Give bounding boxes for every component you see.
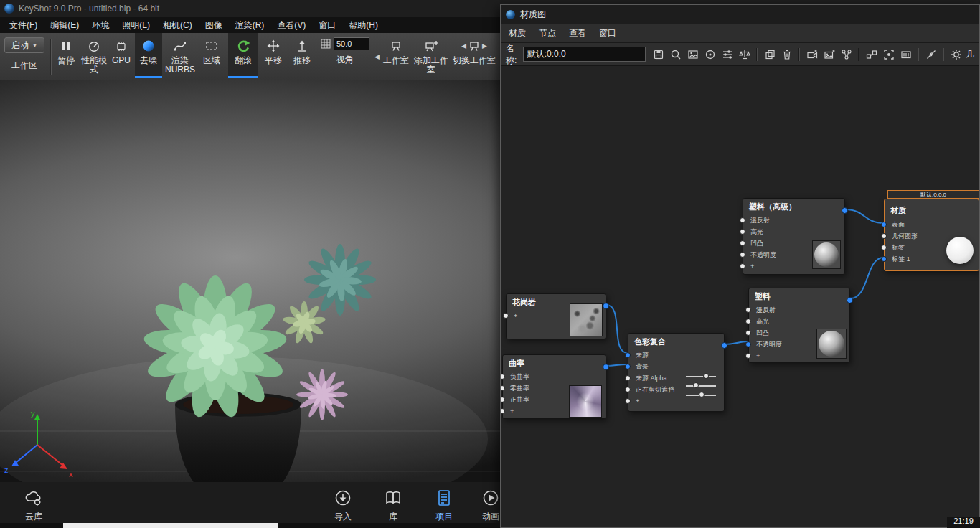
input-pin[interactable]	[501, 408, 505, 414]
output-pin[interactable]	[842, 207, 848, 214]
pin-negative-curvature[interactable]: 负曲率	[503, 371, 606, 382]
add-studio-button[interactable]: 添加工作室	[413, 33, 449, 78]
dolly-button[interactable]: 推移	[288, 33, 316, 78]
dock-item-cloud-library[interactable]: 云库	[13, 482, 55, 528]
input-pin[interactable]	[625, 375, 631, 381]
dock-item-library[interactable]: 库	[374, 482, 412, 528]
menu-file[interactable]: 文件(F)	[3, 17, 44, 33]
denoise-button[interactable]: 去噪	[135, 33, 162, 78]
dock-item-project[interactable]: 项目	[425, 482, 463, 528]
switch-studio-button[interactable]: ◀ ▶ 切换工作室	[452, 33, 496, 78]
node-graph-canvas[interactable]: 塑料（高级） 漫反射 高光 凹凸 不透明度 + 默认:0:0:0 材质 表面 几…	[501, 66, 979, 527]
node-color-composite[interactable]: 色彩复合 来源 背景 来源 Alpha 正在剪切遮挡 +	[628, 333, 725, 412]
input-pin[interactable]	[740, 263, 745, 269]
menu-edit[interactable]: 编辑(E)	[44, 17, 85, 33]
menu-help[interactable]: 帮助(H)	[342, 17, 385, 33]
menu-camera[interactable]: 相机(C)	[156, 17, 199, 33]
input-pin[interactable]	[503, 313, 509, 319]
input-pin[interactable]	[881, 245, 887, 250]
menu-image[interactable]: 图像	[199, 17, 229, 33]
pin-specular[interactable]: 高光	[749, 316, 849, 327]
menu-render[interactable]: 渲染(R)	[229, 17, 271, 33]
resolution-icon[interactable]	[898, 47, 913, 62]
chevron-left-icon[interactable]: ◀	[461, 42, 466, 51]
performance-mode-button[interactable]: 性能模式	[80, 33, 108, 78]
render-nurbs-button[interactable]: 渲染NURBS	[164, 33, 197, 78]
mg-menu-window[interactable]: 窗口	[593, 24, 623, 42]
output-pin[interactable]	[847, 297, 853, 303]
material-tab[interactable]: 默认:0:0:0	[887, 190, 979, 199]
input-pin[interactable]	[625, 398, 631, 404]
delete-icon[interactable]	[779, 47, 794, 62]
launch-button[interactable]: 启动 ▼	[4, 37, 44, 53]
sliders-icon[interactable]	[720, 47, 735, 62]
input-pin[interactable]	[745, 341, 751, 347]
menu-environment[interactable]: 环境	[85, 17, 116, 33]
studio-button[interactable]: 工作室	[382, 33, 410, 78]
input-pin[interactable]	[740, 229, 745, 235]
pin-diffuse[interactable]: 漫反射	[743, 214, 844, 226]
workspace-button[interactable]: 工作区	[4, 60, 44, 72]
input-pin[interactable]	[740, 217, 745, 223]
save-icon[interactable]	[651, 47, 666, 62]
menu-lighting[interactable]: 照明(L)	[116, 17, 156, 33]
input-pin[interactable]	[745, 319, 751, 324]
disconnect-icon[interactable]	[923, 47, 938, 62]
link-nodes-icon[interactable]	[864, 47, 879, 62]
input-pin[interactable]	[881, 256, 887, 262]
levels-icon[interactable]	[737, 47, 752, 62]
region-button[interactable]: 区域	[198, 33, 225, 78]
input-pin[interactable]	[881, 222, 887, 227]
gear-icon[interactable]	[948, 47, 963, 62]
dock-item-import[interactable]: 导入	[324, 482, 362, 528]
mg-menu-material[interactable]: 材质	[502, 24, 532, 42]
pause-button[interactable]: 暂停	[53, 33, 79, 78]
chevron-right-icon[interactable]: ▶	[482, 42, 487, 51]
gpu-button[interactable]: GPU	[109, 33, 133, 78]
pin-specular[interactable]: 高光	[743, 226, 844, 237]
mg-menu-node[interactable]: 节点	[532, 24, 562, 42]
material-graph-titlebar[interactable]: 材质图	[501, 5, 979, 24]
search-icon[interactable]	[668, 47, 683, 62]
node-plastic-advanced[interactable]: 塑料（高级） 漫反射 高光 凹凸 不透明度 +	[743, 198, 845, 275]
output-pin[interactable]	[603, 364, 609, 370]
node-curvature[interactable]: 曲率 负曲率 零曲率 正曲率 +	[502, 354, 606, 419]
input-pin[interactable]	[625, 352, 631, 358]
pin-surface[interactable]: 表面	[885, 219, 979, 230]
output-pin[interactable]	[721, 342, 727, 349]
node-granite[interactable]: 花岗岩 +	[506, 293, 606, 339]
input-pin[interactable]	[881, 233, 887, 239]
frame-icon[interactable]	[881, 47, 896, 62]
node-connection[interactable]	[845, 209, 884, 223]
node-connection[interactable]	[606, 305, 628, 353]
nodes-icon[interactable]	[839, 47, 854, 62]
camera-node-icon[interactable]	[804, 47, 819, 62]
input-pin[interactable]	[501, 374, 505, 380]
taskbar-clock[interactable]: 21:19	[947, 517, 980, 528]
tumble-button[interactable]: 翻滚	[228, 33, 258, 78]
node-material-root[interactable]: 默认:0:0:0 材质 表面 几何图形 标签 标签 1	[884, 199, 979, 271]
input-pin[interactable]	[740, 252, 745, 258]
pin-source[interactable]: 来源	[628, 349, 724, 361]
input-pin[interactable]	[745, 307, 751, 313]
mg-menu-view[interactable]: 查看	[562, 24, 593, 42]
menu-window[interactable]: 窗口	[312, 17, 342, 33]
pan-button[interactable]: 平移	[260, 33, 287, 78]
fov-input[interactable]	[334, 37, 369, 50]
input-pin[interactable]	[625, 387, 631, 392]
chevron-left-icon[interactable]: ◀	[374, 53, 380, 60]
reset-view-icon[interactable]	[702, 47, 717, 62]
input-pin[interactable]	[740, 240, 745, 246]
duplicate-icon[interactable]	[762, 47, 777, 62]
input-pin[interactable]	[625, 364, 631, 369]
pin-background[interactable]: 背景	[628, 361, 724, 372]
texture-icon[interactable]	[685, 47, 700, 62]
material-name-input[interactable]	[523, 47, 646, 62]
taskbar-window-preview[interactable]	[63, 523, 278, 528]
menu-view[interactable]: 查看(V)	[270, 17, 312, 33]
output-pin[interactable]	[603, 303, 609, 309]
taskbar[interactable]	[0, 523, 500, 528]
input-pin[interactable]	[745, 330, 751, 336]
image-node-icon[interactable]	[821, 47, 837, 62]
input-pin[interactable]	[501, 385, 505, 391]
